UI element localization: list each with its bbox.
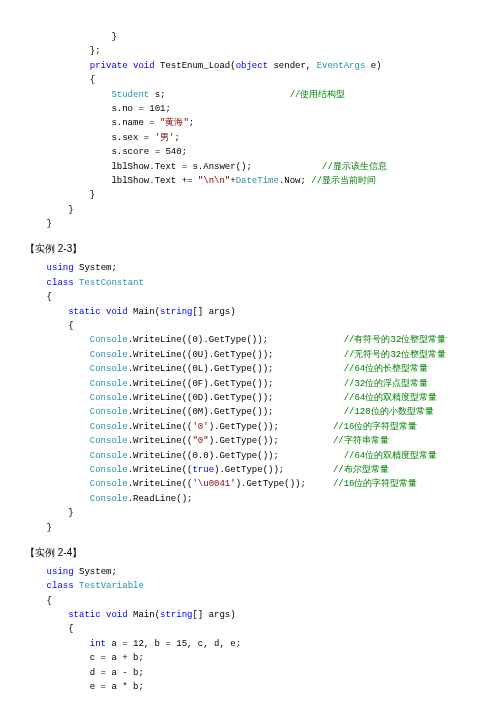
t: //使用结构型	[290, 90, 346, 100]
t: Main(	[128, 610, 160, 620]
t: .ReadLine();	[128, 494, 193, 504]
t: using	[47, 567, 74, 577]
t: }	[90, 190, 95, 200]
t: }	[111, 32, 116, 42]
t: .WriteLine((0.0).GetType());	[128, 451, 279, 461]
t: using	[47, 263, 74, 273]
t: //64位的双精度型常量	[344, 393, 438, 403]
t: e = a * b;	[90, 682, 144, 692]
t: Main(	[128, 307, 160, 317]
t: Student	[111, 90, 149, 100]
t: void	[133, 61, 155, 71]
t: class	[47, 278, 74, 288]
t: '0'	[192, 422, 208, 432]
t: TestConstant	[79, 278, 144, 288]
t: ).GetType());	[209, 422, 279, 432]
t: .Now;	[279, 176, 306, 186]
t: static	[68, 610, 100, 620]
code-pre-1: } }; private void TestEnum_Load(object s…	[25, 30, 475, 231]
t: Console	[90, 494, 128, 504]
t: TestEnum_Load(	[155, 61, 236, 71]
t: ).GetType());	[214, 465, 284, 475]
t: {	[68, 624, 73, 634]
t: "0"	[192, 436, 208, 446]
t: //显示该生信息	[322, 162, 387, 172]
t: Console	[90, 393, 128, 403]
t: '\u0041'	[192, 479, 235, 489]
t: };	[90, 46, 101, 56]
t: .WriteLine((	[128, 479, 193, 489]
t: sender,	[268, 61, 317, 71]
code-block-1: } }; private void TestEnum_Load(object s…	[25, 30, 475, 231]
t: class	[47, 581, 74, 591]
t: .WriteLine((	[128, 465, 193, 475]
t: System;	[74, 263, 117, 273]
t: .WriteLine((0).GetType());	[128, 335, 268, 345]
t: Console	[90, 422, 128, 432]
t: //64位的长整型常量	[344, 364, 429, 374]
t: Console	[90, 350, 128, 360]
t: ).GetType());	[209, 436, 279, 446]
t: EventArgs	[317, 61, 366, 71]
t: .WriteLine((0L).GetType());	[128, 364, 274, 374]
t: private	[90, 61, 128, 71]
t: [] args)	[192, 307, 235, 317]
t: }	[47, 219, 52, 229]
t: s.score = 540;	[111, 147, 187, 157]
t: .WriteLine((	[128, 422, 193, 432]
t: //64位的双精度型常量	[344, 451, 438, 461]
t: {	[90, 75, 95, 85]
t: ).GetType());	[236, 479, 306, 489]
code-pre-3: using System; class TestVariable { stati…	[25, 565, 475, 695]
t: Console	[90, 479, 128, 489]
t: //布尔型常量	[333, 465, 389, 475]
t: {	[47, 292, 52, 302]
t: .WriteLine((0M).GetType());	[128, 407, 274, 417]
t: Console	[90, 407, 128, 417]
t: }	[68, 508, 73, 518]
t: void	[106, 610, 128, 620]
t: ;	[189, 118, 194, 128]
t: }	[68, 205, 73, 215]
t: string	[160, 307, 192, 317]
t: Console	[90, 436, 128, 446]
t: a = 12, b = 15, c, d, e;	[106, 639, 241, 649]
t: static	[68, 307, 100, 317]
t: d = a - b;	[90, 668, 144, 678]
t: //16位的字符型常量	[333, 422, 418, 432]
t: "\n\n"	[198, 176, 230, 186]
code-pre-2: using System; class TestConstant { stati…	[25, 261, 475, 534]
t: .WriteLine((0D).GetType());	[128, 393, 274, 403]
t: s.no = 101;	[111, 104, 170, 114]
t: string	[160, 610, 192, 620]
t: '男'	[155, 133, 175, 143]
t: .WriteLine((0F).GetType());	[128, 379, 274, 389]
t: object	[236, 61, 268, 71]
t: DateTime	[236, 176, 279, 186]
t: c = a + b;	[90, 653, 144, 663]
t: [] args)	[192, 610, 235, 620]
example-heading-2-3: 【实例 2-3】	[25, 241, 475, 257]
t: {	[47, 596, 52, 606]
example-heading-2-4: 【实例 2-4】	[25, 545, 475, 561]
code-block-3: using System; class TestVariable { stati…	[25, 565, 475, 695]
t: s.sex =	[111, 133, 154, 143]
t: //字符串常量	[333, 436, 389, 446]
t: //无符号的32位整型常量	[344, 350, 447, 360]
t: //16位的字符型常量	[333, 479, 418, 489]
t: //有符号的32位整型常量	[344, 335, 447, 345]
t: s;	[149, 90, 165, 100]
t: }	[47, 523, 52, 533]
t: .WriteLine((	[128, 436, 193, 446]
t: void	[106, 307, 128, 317]
t: //显示当前时间	[306, 176, 376, 186]
t: s.name =	[111, 118, 160, 128]
t: true	[192, 465, 214, 475]
t: .WriteLine((0U).GetType());	[128, 350, 274, 360]
t: "黄海"	[160, 118, 189, 128]
t: Console	[90, 335, 128, 345]
t: //128位的小数型常量	[344, 407, 434, 417]
t: lblShow.Text = s.Answer();	[111, 162, 251, 172]
code-block-2: using System; class TestConstant { stati…	[25, 261, 475, 534]
t: ;	[174, 133, 179, 143]
